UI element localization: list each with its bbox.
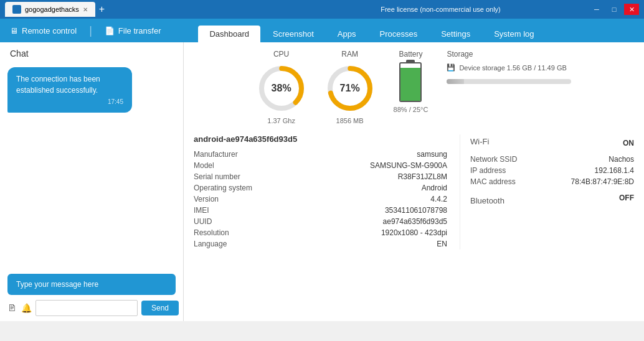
model-val: SAMSUNG-SM-G900A — [281, 161, 447, 170]
window-tab-title: gogogadgethacks — [25, 6, 79, 13]
wifi-ssid-key: Network SSID — [470, 155, 517, 164]
window-tab-active[interactable]: gogogadgethacks ✕ — [5, 2, 95, 17]
os-row: Operating system Android — [194, 182, 447, 194]
file-transfer-button[interactable]: 📄 File transfer — [105, 26, 161, 35]
title-bar: gogogadgethacks ✕ + Free license (non-co… — [0, 0, 644, 19]
wifi-ssid-val: Nachos — [608, 155, 634, 164]
title-center-text: Free license (non-commercial use only) — [297, 6, 584, 13]
minimize-button[interactable]: ─ — [589, 4, 604, 15]
storage-label: Storage — [447, 50, 571, 58]
version-val: 4.4.2 — [281, 195, 447, 203]
wifi-status: ON — [623, 139, 634, 147]
serial-row: Serial number R38F31JZL8M — [194, 171, 447, 182]
cpu-detail: 1.37 Ghz — [257, 117, 306, 124]
tab-screenshot[interactable]: Screenshot — [262, 26, 325, 42]
storage-detail: Device storage 1.56 GB / 11.49 GB — [459, 64, 566, 72]
chat-messages: The connection has been established succ… — [0, 62, 183, 269]
chat-title: Chat — [0, 42, 183, 62]
window-tab-close-icon[interactable]: ✕ — [83, 6, 88, 13]
dashboard-content: CPU 38% 1.37 Ghz RAM — [184, 42, 644, 321]
remote-control-icon: 🖥 — [10, 26, 18, 35]
send-button[interactable]: Send — [141, 301, 179, 315]
battery-detail: 88% / 25°C — [394, 106, 429, 113]
battery-label: Battery — [394, 50, 429, 58]
resolution-val: 1920x1080 - 423dpi — [281, 228, 447, 237]
language-val: EN — [281, 240, 447, 248]
battery-stat: Battery 88% / 25°C — [394, 50, 429, 124]
tab-favicon — [12, 5, 21, 14]
wifi-ssid-row: Network SSID Nachos — [470, 155, 634, 164]
chat-input-area: Type your message here 🖹 🔔 Send — [0, 269, 183, 321]
tab-navigation: Dashboard Screenshot Apps Processes Sett… — [198, 26, 545, 42]
wifi-label: Wi-Fi — [470, 137, 489, 146]
uuid-val: ae974a635f6d93d5 — [281, 217, 447, 226]
chat-icon-group: 🖹 🔔 — [7, 303, 32, 313]
new-window-tab-button[interactable]: + — [97, 4, 107, 15]
ram-label: RAM — [325, 50, 375, 58]
tab-syslog[interactable]: System log — [483, 26, 545, 42]
wifi-ip-key: IP address — [470, 166, 506, 175]
bluetooth-label: Bluetooth — [470, 196, 504, 205]
chat-input-row: 🖹 🔔 Send — [7, 300, 176, 316]
main-content: Chat The connection has been established… — [0, 42, 644, 321]
tab-dashboard[interactable]: Dashboard — [198, 26, 260, 42]
window-controls: ─ □ ✕ — [589, 4, 639, 15]
ram-percent-label: 71% — [340, 83, 360, 94]
language-key: Language — [194, 240, 281, 248]
attachment-icon[interactable]: 🖹 — [7, 303, 16, 313]
chat-message-text: The connection has been established succ… — [16, 75, 100, 95]
close-button[interactable]: ✕ — [624, 4, 639, 15]
language-row: Language EN — [194, 238, 447, 250]
wifi-mac-key: MAC address — [470, 177, 516, 186]
cpu-percent-label: 38% — [272, 83, 291, 94]
uuid-key: UUID — [194, 217, 281, 226]
cpu-donut: 38% — [257, 63, 306, 113]
window-tab-bar: gogogadgethacks ✕ + — [5, 2, 107, 17]
ram-stat: RAM 71% 1856 MB — [325, 50, 375, 124]
wifi-ip-row: IP address 192.168.1.4 — [470, 166, 634, 175]
resolution-key: Resolution — [194, 228, 281, 237]
model-key: Model — [194, 161, 281, 170]
stats-row: CPU 38% 1.37 Ghz RAM — [194, 50, 634, 124]
os-key: Operating system — [194, 184, 281, 192]
tab-settings[interactable]: Settings — [430, 26, 481, 42]
wifi-mac-val: 78:4B:87:47:9E:8D — [571, 177, 634, 186]
imei-val: 353411061078798 — [281, 206, 447, 215]
chat-bubble: The connection has been established succ… — [7, 67, 132, 113]
ram-donut: 71% — [325, 63, 375, 113]
remote-control-button[interactable]: 🖥 Remote control — [10, 26, 77, 35]
chat-timestamp: 17:45 — [16, 97, 123, 106]
chat-placeholder-text[interactable]: Type your message here — [7, 274, 176, 295]
device-info-section: android-ae974a635f6d93d5 Manufacturer sa… — [194, 134, 634, 250]
serial-val: R38F31JZL8M — [281, 172, 447, 181]
tab-processes[interactable]: Processes — [369, 26, 429, 42]
serial-key: Serial number — [194, 172, 281, 181]
file-transfer-icon: 📄 — [105, 26, 115, 35]
resolution-row: Resolution 1920x1080 - 423dpi — [194, 227, 447, 238]
wifi-ip-val: 192.168.1.4 — [595, 166, 634, 175]
chat-panel: Chat The connection has been established… — [0, 42, 184, 321]
wifi-mac-row: MAC address 78:4B:87:47:9E:8D — [470, 177, 634, 186]
imei-row: IMEI 353411061078798 — [194, 205, 447, 216]
version-row: Version 4.4.2 — [194, 194, 447, 205]
storage-bar-fill — [447, 79, 464, 84]
storage-bar — [447, 79, 571, 84]
device-info-table: Manufacturer samsung Model SAMSUNG-SM-G9… — [194, 149, 447, 250]
toolbar: 🖥 Remote control | 📄 File transfer Dashb… — [0, 19, 644, 42]
model-row: Model SAMSUNG-SM-G900A — [194, 160, 447, 171]
chat-text-input[interactable] — [36, 300, 138, 316]
tab-apps[interactable]: Apps — [326, 26, 367, 42]
battery-fill — [400, 68, 420, 101]
maximize-button[interactable]: □ — [607, 4, 622, 15]
battery-container — [399, 62, 422, 102]
drive-icon: 💾 — [447, 63, 455, 72]
cpu-stat: CPU 38% 1.37 Ghz — [257, 50, 306, 124]
ram-detail: 1856 MB — [325, 117, 375, 124]
notification-icon[interactable]: 🔔 — [21, 303, 32, 313]
os-val: Android — [281, 184, 447, 192]
storage-stat: Storage 💾 Device storage 1.56 GB / 11.49… — [447, 50, 571, 124]
bluetooth-row: Bluetooth OFF — [470, 194, 634, 210]
manufacturer-row: Manufacturer samsung — [194, 149, 447, 160]
network-panel: Wi-Fi ON Network SSID Nachos IP address … — [460, 134, 634, 250]
remote-control-label: Remote control — [22, 26, 77, 35]
